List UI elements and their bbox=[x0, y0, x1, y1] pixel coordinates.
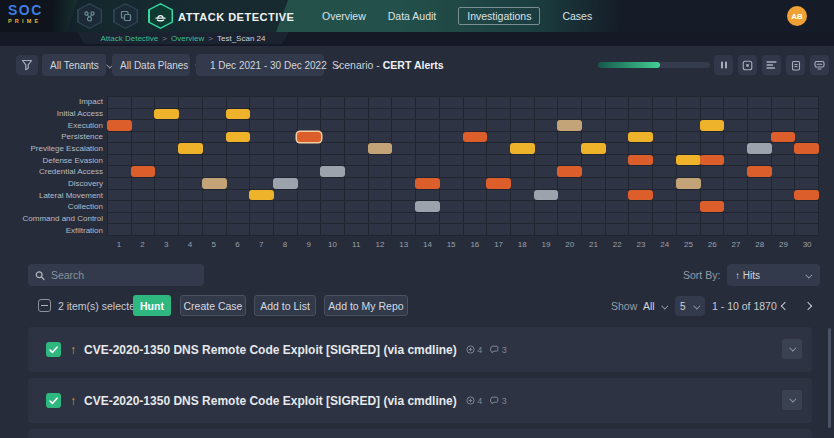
heatmap-cell[interactable] bbox=[108, 213, 131, 224]
heatmap-cell[interactable] bbox=[677, 213, 700, 224]
heatmap-cell[interactable] bbox=[701, 155, 724, 166]
heatmap-cell[interactable] bbox=[345, 224, 368, 235]
heatmap-cell[interactable] bbox=[155, 97, 178, 108]
heatmap-cell[interactable] bbox=[392, 109, 415, 120]
heatmap-cell[interactable] bbox=[250, 201, 273, 212]
heatmap-cell[interactable] bbox=[724, 166, 747, 177]
heatmap-cell[interactable] bbox=[321, 178, 344, 189]
search-input[interactable] bbox=[51, 269, 197, 281]
heatmap-cell[interactable] bbox=[440, 201, 463, 212]
heatmap-cell[interactable] bbox=[535, 201, 558, 212]
heatmap-block-orange[interactable] bbox=[107, 120, 132, 131]
heatmap-cell[interactable] bbox=[274, 97, 297, 108]
heatmap-cell[interactable] bbox=[416, 178, 439, 189]
heatmap-block-yellow[interactable] bbox=[178, 143, 203, 154]
heatmap-cell[interactable] bbox=[227, 224, 250, 235]
heatmap-cell[interactable] bbox=[108, 120, 131, 131]
heatmap-cell[interactable] bbox=[416, 143, 439, 154]
heatmap-block-gray[interactable] bbox=[273, 178, 298, 189]
heatmap-cell[interactable] bbox=[795, 178, 818, 189]
heatmap-cell[interactable] bbox=[535, 97, 558, 108]
heatmap-cell[interactable] bbox=[179, 143, 202, 154]
show-filter-dropdown[interactable]: All bbox=[643, 300, 668, 312]
heatmap-cell[interactable] bbox=[582, 132, 605, 143]
heatmap-cell[interactable] bbox=[369, 120, 392, 131]
heatmap-cell[interactable] bbox=[298, 190, 321, 201]
heatmap-cell[interactable] bbox=[155, 155, 178, 166]
heatmap-cell[interactable] bbox=[701, 143, 724, 154]
heatmap-cell[interactable] bbox=[250, 97, 273, 108]
pause-button[interactable] bbox=[714, 55, 733, 75]
heatmap-block-yellow[interactable] bbox=[154, 109, 179, 120]
heatmap-cell[interactable] bbox=[321, 201, 344, 212]
heatmap-cell[interactable] bbox=[701, 132, 724, 143]
heatmap-cell[interactable] bbox=[321, 224, 344, 235]
heatmap-cell[interactable] bbox=[321, 97, 344, 108]
align-left-button[interactable] bbox=[762, 55, 781, 75]
heatmap-cell[interactable] bbox=[653, 213, 676, 224]
heatmap-cell[interactable] bbox=[653, 155, 676, 166]
heatmap-block-yellow[interactable] bbox=[700, 120, 725, 131]
heatmap-cell[interactable] bbox=[416, 120, 439, 131]
heatmap-cell[interactable] bbox=[701, 120, 724, 131]
heatmap-cell[interactable] bbox=[558, 109, 581, 120]
heatmap-cell[interactable] bbox=[298, 178, 321, 189]
heatmap-cell[interactable] bbox=[653, 109, 676, 120]
heatmap-cell[interactable] bbox=[179, 213, 202, 224]
heatmap-cell[interactable] bbox=[392, 190, 415, 201]
heatmap-cell[interactable] bbox=[701, 190, 724, 201]
expand-row-button[interactable] bbox=[782, 339, 802, 359]
heatmap-cell[interactable] bbox=[108, 97, 131, 108]
heatmap-cell[interactable] bbox=[203, 224, 226, 235]
heatmap-cell[interactable] bbox=[772, 132, 795, 143]
report-button[interactable] bbox=[786, 55, 805, 75]
heatmap-cell[interactable] bbox=[558, 97, 581, 108]
heatmap-cell[interactable] bbox=[772, 213, 795, 224]
heatmap-cell[interactable] bbox=[345, 132, 368, 143]
heatmap-cell[interactable] bbox=[653, 178, 676, 189]
heatmap-cell[interactable] bbox=[677, 190, 700, 201]
heatmap-cell[interactable] bbox=[464, 178, 487, 189]
row-checkbox[interactable] bbox=[46, 393, 61, 408]
heatmap-cell[interactable] bbox=[132, 97, 155, 108]
heatmap-cell[interactable] bbox=[179, 166, 202, 177]
heatmap-cell[interactable] bbox=[440, 143, 463, 154]
heatmap-cell[interactable] bbox=[274, 120, 297, 131]
heatmap-cell[interactable] bbox=[629, 178, 652, 189]
heatmap-cell[interactable] bbox=[487, 143, 510, 154]
heatmap-cell[interactable] bbox=[440, 155, 463, 166]
heatmap-cell[interactable] bbox=[724, 97, 747, 108]
result-row-partial[interactable] bbox=[28, 429, 812, 438]
heatmap-cell[interactable] bbox=[748, 213, 771, 224]
heatmap-cell[interactable] bbox=[108, 201, 131, 212]
heatmap-cell[interactable] bbox=[250, 178, 273, 189]
heatmap-cell[interactable] bbox=[701, 201, 724, 212]
heatmap-cell[interactable] bbox=[155, 178, 178, 189]
heatmap-cell[interactable] bbox=[250, 132, 273, 143]
heatmap-cell[interactable] bbox=[511, 155, 534, 166]
heatmap-cell[interactable] bbox=[772, 166, 795, 177]
heatmap-cell[interactable] bbox=[795, 143, 818, 154]
heatmap-cell[interactable] bbox=[677, 109, 700, 120]
heatmap-block-orange[interactable] bbox=[747, 166, 772, 177]
heatmap-cell[interactable] bbox=[392, 201, 415, 212]
media-button[interactable] bbox=[738, 55, 757, 75]
breadcrumb-item[interactable]: Overview bbox=[171, 34, 204, 43]
heatmap-cell[interactable] bbox=[724, 213, 747, 224]
heatmap-cell[interactable] bbox=[440, 132, 463, 143]
heatmap-cell[interactable] bbox=[511, 166, 534, 177]
heatmap-cell[interactable] bbox=[179, 190, 202, 201]
heatmap-block-gray[interactable] bbox=[320, 166, 345, 177]
heatmap-cell[interactable] bbox=[274, 224, 297, 235]
heatmap-block-orange[interactable] bbox=[463, 132, 488, 143]
heatmap-cell[interactable] bbox=[677, 120, 700, 131]
heatmap-cell[interactable] bbox=[321, 109, 344, 120]
heatmap-cell[interactable] bbox=[772, 201, 795, 212]
heatmap-cell[interactable] bbox=[227, 155, 250, 166]
heatmap-cell[interactable] bbox=[606, 190, 629, 201]
heatmap-cell[interactable] bbox=[629, 97, 652, 108]
heatmap-cell[interactable] bbox=[369, 201, 392, 212]
heatmap-cell[interactable] bbox=[724, 178, 747, 189]
heatmap-cell[interactable] bbox=[227, 109, 250, 120]
heatmap-cell[interactable] bbox=[558, 213, 581, 224]
